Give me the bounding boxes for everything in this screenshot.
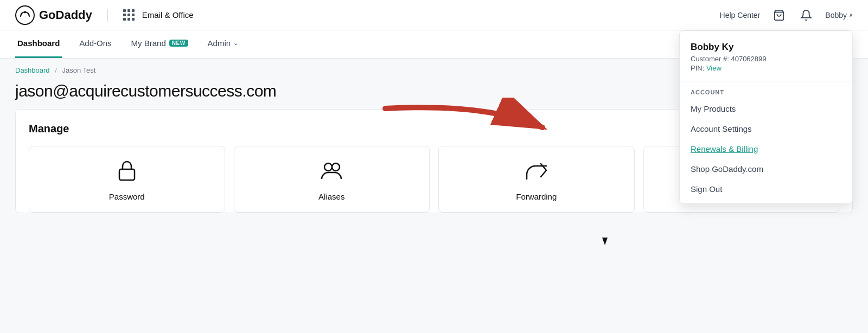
top-nav-right: Help Center Bobby ∧ bbox=[720, 7, 853, 23]
svg-rect-3 bbox=[119, 169, 135, 180]
bell-icon bbox=[800, 9, 812, 21]
dropdown-user-section: Bobby Ky Customer #: 407062899 PIN: View bbox=[680, 42, 852, 81]
top-nav: GoDaddy Email & Office Help Center bbox=[0, 0, 868, 30]
breadcrumb-separator: / bbox=[55, 66, 57, 74]
tab-add-ons[interactable]: Add-Ons bbox=[77, 30, 113, 58]
help-center-link[interactable]: Help Center bbox=[720, 11, 761, 20]
dropdown-my-products[interactable]: My Products bbox=[680, 99, 852, 119]
user-menu-button[interactable]: Bobby ∧ bbox=[825, 11, 853, 20]
godaddy-logo[interactable]: GoDaddy bbox=[15, 5, 92, 25]
cart-icon bbox=[773, 9, 785, 21]
user-dropdown: Bobby Ky Customer #: 407062899 PIN: View… bbox=[679, 30, 853, 204]
user-name-label: Bobby bbox=[825, 11, 847, 20]
svg-point-4 bbox=[324, 163, 332, 171]
tab-dashboard[interactable]: Dashboard bbox=[15, 30, 62, 58]
dropdown-shop-godaddy[interactable]: Shop GoDaddy.com bbox=[680, 159, 852, 179]
svg-point-0 bbox=[16, 6, 34, 24]
dropdown-pin-view[interactable]: View bbox=[706, 64, 722, 72]
breadcrumb-current: Jason Test bbox=[62, 66, 95, 74]
aliases-icon bbox=[321, 159, 342, 185]
nav-divider bbox=[107, 9, 108, 22]
password-label: Password bbox=[109, 192, 145, 201]
dropdown-sign-out[interactable]: Sign Out bbox=[680, 179, 852, 199]
notification-button[interactable] bbox=[798, 7, 814, 23]
forwarding-label: Forwarding bbox=[516, 192, 557, 201]
dropdown-customer-number: Customer #: 407062899 bbox=[691, 55, 841, 63]
manage-item-password[interactable]: Password bbox=[29, 146, 225, 213]
lock-icon bbox=[117, 159, 137, 185]
manage-item-forwarding[interactable]: Forwarding bbox=[438, 146, 635, 213]
dropdown-account-section-title: ACCOUNT bbox=[680, 81, 852, 99]
dropdown-account-settings[interactable]: Account Settings bbox=[680, 119, 852, 139]
grid-icon bbox=[123, 9, 135, 21]
email-office-label: Email & Office bbox=[142, 10, 194, 20]
godaddy-text: GoDaddy bbox=[39, 8, 92, 22]
logo-area: GoDaddy Email & Office bbox=[15, 5, 194, 25]
tab-admin[interactable]: Admin ⌄ bbox=[206, 30, 241, 58]
breadcrumb-parent[interactable]: Dashboard bbox=[15, 66, 50, 74]
dropdown-pin: PIN: View bbox=[691, 64, 841, 72]
tab-my-brand[interactable]: My Brand NEW bbox=[129, 30, 190, 58]
dropdown-user-name: Bobby Ky bbox=[691, 42, 841, 53]
svg-point-1 bbox=[24, 11, 26, 13]
cart-button[interactable] bbox=[771, 7, 787, 23]
godaddy-logo-svg bbox=[15, 5, 35, 25]
chevron-up-icon: ∧ bbox=[849, 12, 853, 18]
aliases-label: Aliases bbox=[318, 192, 344, 201]
forwarding-icon bbox=[526, 159, 547, 185]
email-office-area: Email & Office bbox=[123, 9, 194, 21]
mouse-cursor bbox=[602, 238, 608, 246]
new-badge: NEW bbox=[169, 40, 188, 47]
chevron-down-icon: ⌄ bbox=[233, 40, 238, 47]
manage-item-aliases[interactable]: Aliases bbox=[234, 146, 430, 213]
dropdown-renewals-billing[interactable]: Renewals & Billing bbox=[680, 139, 852, 159]
svg-point-5 bbox=[332, 163, 340, 171]
